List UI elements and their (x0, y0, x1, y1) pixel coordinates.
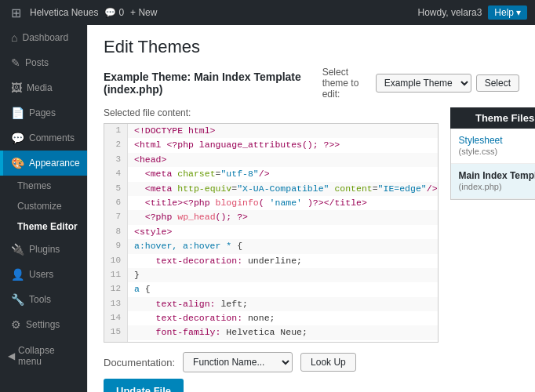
plugins-icon: 🔌 (11, 243, 24, 256)
main-content: Edit Themes Example Theme: Main Index Te… (87, 25, 535, 392)
sidebar-item-label: Comments (29, 132, 75, 143)
theme-select-area: Select theme to edit: Example Theme Sele… (322, 67, 519, 100)
submenu-customize[interactable]: Customize (0, 196, 87, 216)
wp-logo-icon: ⊞ (8, 5, 24, 20)
code-line: 13 text-align: left; (104, 297, 438, 311)
dashboard-icon: ⌂ (11, 31, 17, 44)
sidebar-item-pages[interactable]: 📄 Pages (0, 100, 87, 125)
theme-files-title: Theme Files (450, 107, 535, 129)
site-name[interactable]: Helvetica Neues (30, 7, 98, 18)
main-layout: ⌂ Dashboard ✎ Posts 🖼 Media 📄 Pages 💬 Co… (0, 25, 535, 392)
submenu-themes[interactable]: Themes (0, 176, 87, 196)
content-area: Selected file content: 1 <!DOCTYPE html>… (104, 107, 519, 392)
help-button[interactable]: Help ▾ (488, 5, 527, 20)
comments-icon: 💬 (11, 132, 24, 144)
update-file-button[interactable]: Update File (104, 379, 184, 392)
documentation-label: Documentation: (104, 357, 175, 368)
bottom-controls: Documentation: Function Name... Look Up (104, 352, 439, 372)
lookup-button[interactable]: Look Up (300, 353, 356, 372)
editor-section: Selected file content: 1 <!DOCTYPE html>… (104, 107, 439, 392)
pages-icon: 📄 (11, 107, 24, 119)
appearance-submenu: Themes Customize Theme Editor (0, 176, 87, 237)
sidebar-item-settings[interactable]: ⚙ Settings (0, 312, 87, 337)
code-line: 10 text-decoration: underline; (104, 254, 438, 268)
howdy-text: Howdy, velara3 (417, 7, 482, 18)
sidebar-item-label: Users (29, 269, 53, 280)
code-line: 6 <title><?php bloginfo( 'name' )?></tit… (104, 196, 438, 210)
code-line: 12 a { (104, 282, 438, 296)
sidebar-item-label: Pages (29, 107, 56, 118)
sidebar-item-label: Media (27, 82, 53, 93)
theme-file-stylesheet[interactable]: Stylesheet (style.css) (451, 129, 535, 164)
users-icon: 👤 (11, 268, 24, 281)
theme-file-main-index[interactable]: Main Index Template (index.php) (451, 164, 535, 199)
theme-select-dropdown[interactable]: Example Theme (376, 74, 471, 93)
code-line: 3 <head> (104, 153, 438, 167)
code-line: 7 <?php wp_head(); ?> (104, 210, 438, 224)
sidebar-item-plugins[interactable]: 🔌 Plugins (0, 237, 87, 262)
sidebar-item-media[interactable]: 🖼 Media (0, 75, 87, 100)
code-line: 1 <!DOCTYPE html> (104, 124, 438, 138)
code-line: 8 <style> (104, 225, 438, 239)
sidebar: ⌂ Dashboard ✎ Posts 🖼 Media 📄 Pages 💬 Co… (0, 25, 87, 392)
tools-icon: 🔧 (11, 293, 24, 306)
select-theme-button[interactable]: Select (476, 74, 519, 92)
collapse-icon: ◀ (8, 350, 15, 361)
sidebar-item-label: Settings (26, 319, 60, 330)
sidebar-item-appearance[interactable]: 🎨 Appearance (0, 151, 87, 176)
comment-icon: 💬 (104, 7, 116, 18)
sidebar-item-tools[interactable]: 🔧 Tools (0, 287, 87, 312)
comments-link[interactable]: 💬 0 (104, 7, 124, 18)
media-icon: 🖼 (11, 82, 22, 94)
sidebar-item-label: Dashboard (22, 32, 68, 43)
theme-files-panel: Theme Files Stylesheet (style.css) Main … (450, 107, 535, 392)
page-title: Edit Themes (104, 37, 519, 57)
sidebar-item-label: Posts (25, 57, 49, 68)
sidebar-item-label: Plugins (29, 244, 60, 255)
code-line: 16 font-style: normal; (104, 340, 438, 343)
sidebar-item-comments[interactable]: 💬 Comments (0, 125, 87, 151)
settings-icon: ⚙ (11, 318, 21, 331)
posts-icon: ✎ (11, 56, 20, 69)
code-line: 15 font-family: Helvetica Neue; (104, 325, 438, 339)
collapse-menu[interactable]: ◀ Collapse menu (0, 337, 87, 375)
new-link[interactable]: + New (130, 7, 157, 18)
theme-files-list: Stylesheet (style.css) Main Index Templa… (450, 129, 535, 200)
sidebar-item-label: Tools (29, 294, 51, 305)
sidebar-item-users[interactable]: 👤 Users (0, 262, 87, 287)
code-line: 14 text-decoration: none; (104, 311, 438, 325)
code-editor[interactable]: 1 <!DOCTYPE html> 2 <html <?php language… (104, 123, 439, 343)
code-line: 5 <meta http-equiv="X-UA-Compatible" con… (104, 182, 438, 196)
admin-bar: ⊞ Helvetica Neues 💬 0 + New Howdy, velar… (0, 0, 535, 25)
code-line: 9 a:hover, a:hover * { (104, 239, 438, 253)
select-theme-label: Select theme to edit: (322, 67, 371, 100)
sidebar-item-label: Appearance (29, 158, 80, 169)
selected-file-label: Selected file content: (104, 107, 439, 118)
function-name-select[interactable]: Function Name... (183, 352, 293, 372)
submenu-theme-editor[interactable]: Theme Editor (0, 216, 87, 237)
sidebar-item-dashboard[interactable]: ⌂ Dashboard (0, 25, 87, 50)
code-line: 4 <meta charset="utf-8"/> (104, 167, 438, 181)
code-line: 2 <html <?php language_attributes(); ?>> (104, 138, 438, 152)
code-line: 11 } (104, 268, 438, 282)
theme-header: Example Theme: Main Index Template (inde… (104, 67, 519, 100)
sidebar-item-posts[interactable]: ✎ Posts (0, 50, 87, 75)
theme-subtitle: Example Theme: Main Index Template (inde… (104, 71, 322, 96)
appearance-icon: 🎨 (11, 157, 24, 169)
